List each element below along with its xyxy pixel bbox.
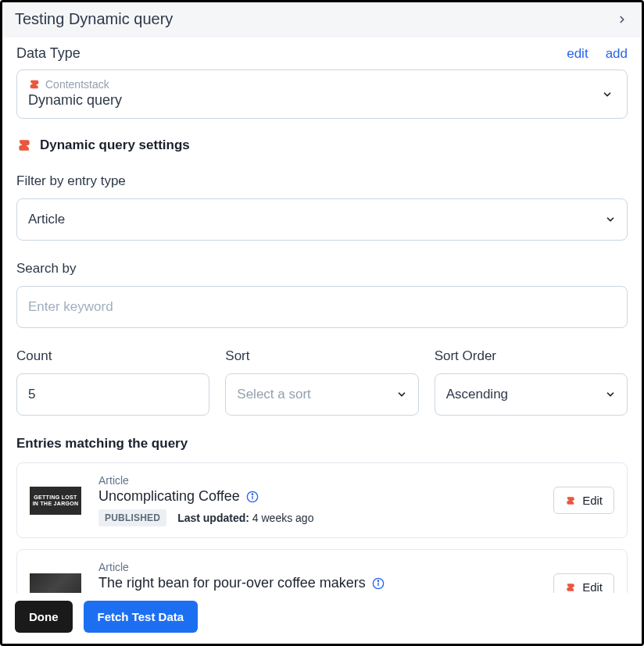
svg-point-5	[377, 580, 378, 581]
count-input[interactable]	[16, 373, 209, 416]
data-type-select[interactable]: Contentstack Dynamic query	[16, 70, 628, 119]
info-icon[interactable]	[246, 491, 259, 503]
entry-title: Uncomplicating Coffee	[98, 488, 240, 505]
edit-entry-button[interactable]: Edit	[553, 487, 614, 514]
chevron-down-icon	[396, 389, 407, 400]
panel-body[interactable]: Data Type edit add Contentstack Dynamic …	[2, 37, 642, 597]
entry-type: Article	[98, 474, 536, 487]
count-sort-row: Count Sort Select a sort Sort Order	[16, 348, 628, 416]
sort-order-field: Sort Order Ascending	[435, 348, 628, 416]
panel-frame: Testing Dynamic query Data Type edit add…	[0, 0, 644, 646]
entries-heading: Entries matching the query	[16, 436, 628, 451]
sort-order-label: Sort Order	[435, 348, 628, 364]
contentstack-logo-icon	[565, 582, 576, 593]
contentstack-logo-icon	[565, 495, 576, 506]
panel-footer: Done Fetch Test Data	[2, 593, 642, 644]
chevron-down-icon	[605, 389, 616, 400]
entry-title-row: The right bean for pour-over coffee make…	[98, 575, 536, 591]
entry-meta: PUBLISHED Last updated: 4 weeks ago	[98, 509, 536, 526]
chevron-down-icon	[602, 89, 613, 100]
entry-main: Article The right bean for pour-over cof…	[98, 561, 536, 597]
contentstack-logo-icon	[16, 137, 32, 153]
svg-point-2	[252, 494, 252, 494]
sort-select[interactable]: Select a sort	[225, 373, 418, 416]
sort-field: Sort Select a sort	[225, 348, 418, 416]
edit-link[interactable]: edit	[567, 46, 588, 62]
search-by-field: Search by	[16, 261, 628, 328]
data-type-label: Data Type	[16, 45, 80, 62]
panel-header: Testing Dynamic query	[2, 2, 642, 37]
search-input[interactable]	[16, 286, 628, 328]
last-updated: Last updated: 4 weeks ago	[177, 512, 313, 524]
data-type-value: Dynamic query	[28, 92, 616, 109]
sort-order-value: Ascending	[446, 387, 508, 402]
entry-card: Article The right bean for pour-over cof…	[16, 549, 628, 597]
search-by-label: Search by	[16, 261, 628, 277]
add-link[interactable]: add	[606, 46, 628, 62]
filter-by-label: Filter by entry type	[16, 173, 628, 189]
entry-card: GETTING LOST IN THE JARGON Article Uncom…	[16, 462, 628, 538]
data-type-provider: Contentstack	[45, 78, 109, 91]
settings-heading-row: Dynamic query settings	[16, 137, 628, 153]
count-label: Count	[16, 348, 209, 364]
info-icon[interactable]	[372, 577, 385, 590]
entry-main: Article Uncomplicating Coffee PUBLISHED …	[98, 474, 536, 526]
settings-heading: Dynamic query settings	[40, 137, 190, 153]
contentstack-logo-icon	[28, 78, 41, 91]
entry-title: The right bean for pour-over coffee make…	[98, 575, 366, 591]
status-badge: PUBLISHED	[98, 509, 166, 526]
panel-body-wrap: Data Type edit add Contentstack Dynamic …	[2, 37, 642, 644]
count-field: Count	[16, 348, 209, 416]
done-button[interactable]: Done	[15, 601, 73, 633]
entry-type: Article	[98, 561, 536, 573]
edit-entry-label: Edit	[582, 580, 603, 594]
fetch-test-data-button[interactable]: Fetch Test Data	[84, 601, 199, 633]
edit-entry-label: Edit	[582, 494, 603, 507]
data-type-actions: edit add	[567, 46, 628, 62]
chevron-down-icon	[605, 214, 616, 225]
filter-by-value: Article	[28, 212, 65, 227]
sort-order-select[interactable]: Ascending	[435, 373, 628, 416]
sort-value: Select a sort	[237, 387, 311, 402]
filter-by-select[interactable]: Article	[16, 198, 628, 241]
entry-title-row: Uncomplicating Coffee	[98, 488, 536, 505]
sort-label: Sort	[225, 348, 418, 364]
panel-title: Testing Dynamic query	[15, 10, 173, 28]
filter-by-field: Filter by entry type Article	[16, 173, 628, 241]
entry-thumbnail: GETTING LOST IN THE JARGON	[30, 487, 81, 515]
data-type-provider-row: Contentstack	[28, 78, 616, 91]
collapse-chevron-icon[interactable]	[615, 12, 629, 27]
data-type-row: Data Type edit add	[16, 45, 628, 62]
